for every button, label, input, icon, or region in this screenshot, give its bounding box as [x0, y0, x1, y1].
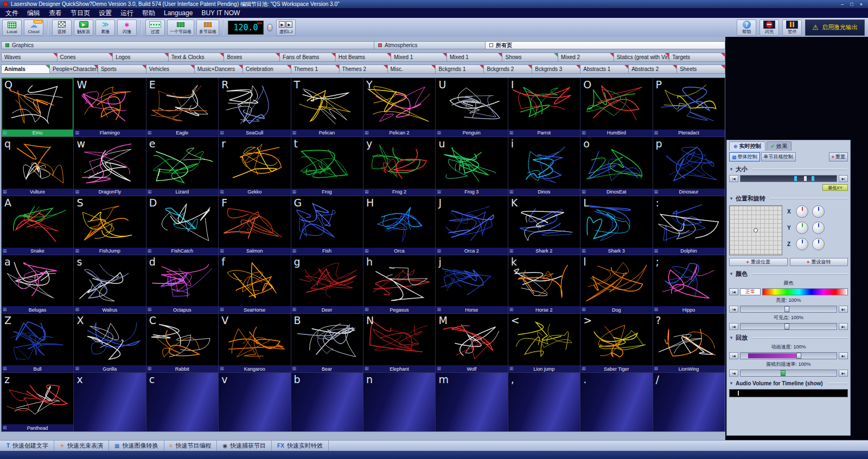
category-tab-misc[interactable]: Misc.: [388, 64, 436, 74]
color-gradient-bar[interactable]: [762, 288, 848, 295]
tab-effects[interactable]: ✔ 效果: [767, 141, 792, 151]
cloud-button[interactable]: beta ☁ Cloud: [24, 20, 43, 36]
menu-item-item[interactable]: 帮助: [142, 9, 155, 18]
category-tab-boxes[interactable]: Boxes: [224, 53, 280, 62]
scan-rate-nav-right-button[interactable]: ▶|: [839, 370, 848, 377]
category-tab-people-characters[interactable]: People+Characters: [50, 64, 98, 74]
grid-cell-gekko[interactable]: r⊞Gekko: [219, 137, 290, 196]
menu-item-language[interactable]: Language: [164, 9, 193, 17]
grid-cell-empty-53[interactable]: v: [219, 373, 290, 431]
anim-speed-nav-left-button[interactable]: |◀: [729, 352, 738, 359]
anim-speed-thumb[interactable]: [796, 353, 801, 359]
category-tab-abstracts-1[interactable]: Abstracts 1: [580, 64, 629, 74]
category-tab-mixed-1[interactable]: Mixed 1: [391, 53, 447, 62]
grid-cell-fishjump[interactable]: S⊞FishJump: [74, 196, 145, 255]
category-tab-logos[interactable]: Logos: [113, 53, 169, 62]
visible-points-nav-left-button[interactable]: |◀: [729, 323, 738, 330]
menu-item-buy-it-now[interactable]: BUY IT NOW: [201, 9, 240, 17]
visible-points-thumb[interactable]: [784, 324, 789, 329]
grid-cell-kangaroo[interactable]: V⊞Kangaroo: [219, 314, 290, 372]
minimize-button[interactable]: –: [841, 2, 844, 7]
blackout-button[interactable]: 闪光: [760, 20, 779, 36]
color-normal-button[interactable]: 正常: [740, 288, 761, 295]
reset-button[interactable]: + 重置: [829, 152, 848, 161]
grid-cell-octapus[interactable]: d⊞Octapus: [146, 255, 218, 314]
grid-cell-belugas[interactable]: a⊞Belugas: [2, 255, 73, 314]
grid-cell-emu[interactable]: Q⊞Emu: [2, 78, 73, 137]
one-cue-button[interactable]: 一个节目格: [167, 20, 194, 36]
grid-cell-fish[interactable]: G⊞Fish: [291, 196, 363, 255]
scan-rate-thumb[interactable]: [781, 370, 786, 376]
category-tab-sports[interactable]: Sports: [98, 64, 146, 74]
grid-cell-humbird[interactable]: O⊞HumBird: [580, 78, 652, 137]
flash-mode-button[interactable]: ∗ 闪播: [117, 20, 137, 36]
brightness-nav-right-button[interactable]: ▶|: [839, 306, 848, 313]
grid-cell-hippo[interactable]: ;⊞Hippo: [653, 255, 725, 314]
grid-cell-horse[interactable]: j⊞Horse: [436, 255, 507, 314]
grid-cell-shark-3[interactable]: L⊞Shark 3: [580, 196, 652, 255]
knob-z-1[interactable]: [796, 238, 808, 250]
grid-cell-dolphin[interactable]: :⊞Dolphin: [653, 196, 725, 255]
category-tab-fans-of-beams[interactable]: Fans of Beams: [280, 53, 336, 62]
bpm-display[interactable]: 120.0 BPM: [228, 21, 264, 35]
category-tab-sheets[interactable]: Sheets: [677, 64, 725, 74]
playback-section-header[interactable]: ▼ 回放: [729, 334, 848, 342]
category-tab-themes-2[interactable]: Themes 2: [340, 64, 388, 74]
menu-item-item[interactable]: 节目页: [71, 9, 90, 18]
quick-tab-item[interactable]: T快速创建文字: [1, 441, 54, 451]
category-tab-cones[interactable]: Cones: [58, 53, 113, 62]
menu-item-item[interactable]: 文件: [5, 9, 18, 18]
grid-cell-seagull[interactable]: R⊞SeaGull: [219, 78, 290, 137]
grid-cell-salmon[interactable]: F⊞Salmon: [219, 196, 290, 255]
category-tab-bckgrnds-2[interactable]: Bckgrnds 2: [484, 64, 532, 74]
grid-cell-pelican[interactable]: T⊞Pelican: [291, 78, 363, 137]
grid-cell-orca-2[interactable]: J⊞Orca 2: [436, 196, 507, 255]
category-tab-animals[interactable]: Animals: [1, 64, 50, 74]
grid-cell-empty-56[interactable]: m: [436, 373, 507, 431]
brightness-thumb[interactable]: [784, 306, 789, 312]
grid-cell-empty-57[interactable]: ,: [508, 373, 580, 431]
grid-cell-gorilla[interactable]: X⊞Gorilla: [74, 314, 145, 372]
size-nav-right-button[interactable]: ▶|: [839, 175, 848, 182]
category-tab-vehicles[interactable]: Vehicles: [146, 64, 195, 74]
quick-tab-item[interactable]: ◉快速捕获节目: [217, 441, 272, 451]
maximize-button[interactable]: □: [850, 2, 853, 7]
color-nav-left-button[interactable]: |◀: [729, 288, 738, 295]
grid-cell-eagle[interactable]: E⊞Eagle: [146, 78, 218, 137]
knob-y-1[interactable]: [796, 222, 808, 234]
grid-cell-dinosaur[interactable]: p⊞Dinosaur: [653, 137, 725, 196]
local-button[interactable]: Local: [2, 20, 22, 36]
enable-laser-output-button[interactable]: ⚠ 启用激光输出: [805, 20, 865, 36]
knob-z-2[interactable]: [812, 238, 825, 250]
grid-cell-empty-59[interactable]: /: [653, 373, 725, 431]
category-tab-targets[interactable]: Targets: [669, 53, 725, 62]
multi-cue-button[interactable]: 多节目格: [196, 20, 219, 36]
scan-rate-slider[interactable]: [740, 370, 837, 377]
help-button[interactable]: ? 帮助: [737, 20, 756, 36]
grid-cell-frog-3[interactable]: u⊞Frog 3: [436, 137, 507, 196]
grid-cell-deer[interactable]: g⊞Deer: [291, 255, 363, 314]
grid-cell-empty-54[interactable]: b: [291, 373, 363, 431]
visible-points-slider[interactable]: [740, 323, 837, 330]
menu-item-item[interactable]: 编辑: [27, 9, 40, 18]
grid-cell-lizard[interactable]: e⊞Lizard: [146, 137, 218, 196]
close-button[interactable]: ×: [860, 2, 863, 7]
scan-rate-nav-left-button[interactable]: |◀: [729, 370, 738, 377]
grid-cell-bull[interactable]: Z⊞Bull: [2, 314, 73, 372]
grid-cell-pelican-2[interactable]: Y⊞Pelican 2: [363, 78, 435, 137]
category-tab-hot-beams[interactable]: Hot Beams: [336, 53, 392, 62]
pause-button[interactable]: 暂停: [782, 20, 802, 36]
grid-cell-bear[interactable]: B⊞Bear: [291, 314, 363, 372]
tab-graphics[interactable]: Graphics: [1, 41, 374, 49]
category-tab-abstracts-2[interactable]: Abstracts 2: [629, 64, 677, 74]
transition-button[interactable]: 过渡: [145, 20, 165, 36]
grid-cell-snake[interactable]: A⊞Snake: [2, 196, 73, 255]
category-tab-mixed-1[interactable]: Mixed 1: [447, 53, 503, 62]
grid-cell-shark-2[interactable]: K⊞Shark 2: [508, 196, 580, 255]
size-section-header[interactable]: ▼ 大小: [729, 165, 848, 173]
grid-cell-pegasus[interactable]: h⊞Pegasus: [363, 255, 435, 314]
low-xy-button[interactable]: 极低XY: [822, 184, 848, 191]
grid-cell-walrus[interactable]: s⊞Walrus: [74, 255, 145, 314]
grid-cell-orca[interactable]: H⊞Orca: [363, 196, 435, 255]
single-cue-control-button[interactable]: 单节目格控制: [761, 152, 796, 161]
